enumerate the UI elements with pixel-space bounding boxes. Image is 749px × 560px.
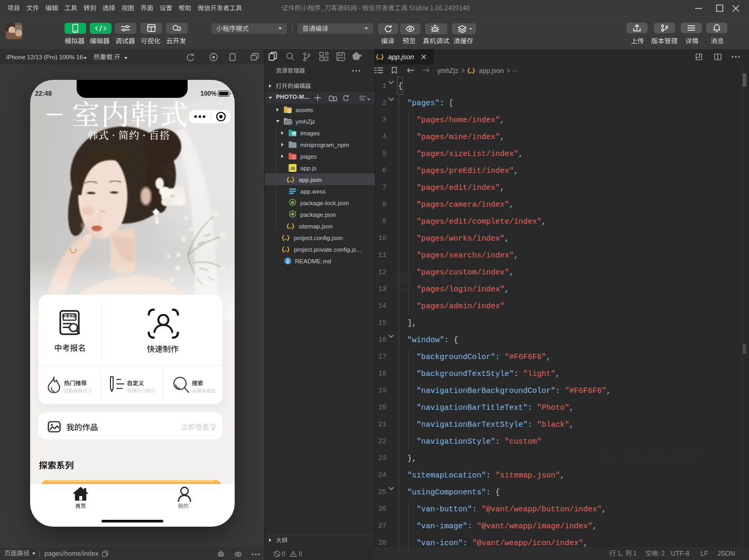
svg-text:JS: JS: [290, 166, 295, 171]
